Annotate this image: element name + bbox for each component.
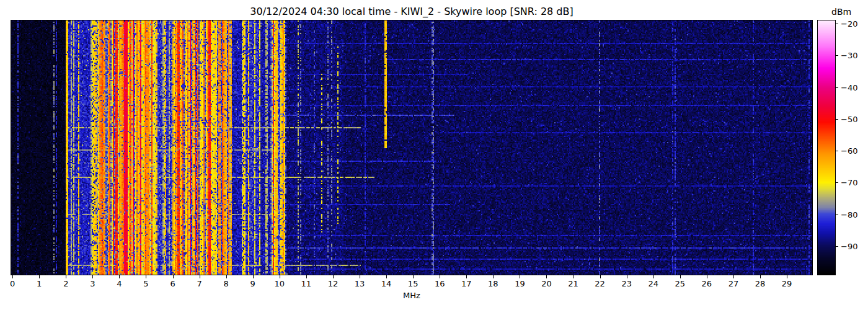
colorbar-tick-label: −90 xyxy=(841,242,857,250)
x-tick-label: 12 xyxy=(328,280,339,288)
x-tick xyxy=(39,275,40,278)
x-tick-label: 0 xyxy=(10,280,15,288)
x-tick-label: 22 xyxy=(595,280,605,288)
x-tick-label: 2 xyxy=(63,280,68,288)
x-tick xyxy=(92,275,93,278)
x-tick xyxy=(12,275,13,278)
x-tick xyxy=(707,275,707,278)
x-tick xyxy=(253,275,254,278)
x-tick xyxy=(119,275,120,278)
colorbar-tick-label: −50 xyxy=(841,115,857,123)
x-tick-label: 15 xyxy=(408,280,418,288)
x-tick xyxy=(360,275,360,278)
colorbar-unit-label: dBm xyxy=(831,7,851,17)
x-tick-label: 6 xyxy=(170,280,175,288)
x-tick-label: 28 xyxy=(755,280,766,288)
x-tick-label: 10 xyxy=(275,280,285,288)
x-tick-label: 21 xyxy=(568,280,578,288)
x-tick xyxy=(653,275,654,278)
colorbar xyxy=(817,20,836,275)
x-tick xyxy=(600,275,601,278)
x-tick-label: 18 xyxy=(488,280,498,288)
colorbar-tick xyxy=(835,151,838,151)
colorbar-tick-label: −60 xyxy=(841,147,857,155)
x-tick-label: 5 xyxy=(143,280,148,288)
colorbar-tick xyxy=(835,87,838,88)
colorbar-tick xyxy=(835,55,838,56)
colorbar-tick-label: −30 xyxy=(841,51,857,60)
x-tick-label: 7 xyxy=(197,280,202,288)
x-tick xyxy=(333,275,334,278)
x-tick xyxy=(66,275,66,278)
x-tick-label: 4 xyxy=(117,280,122,288)
x-tick-label: 17 xyxy=(461,280,472,288)
x-tick-label: 8 xyxy=(224,280,229,288)
x-tick xyxy=(200,275,200,278)
x-tick xyxy=(733,275,734,278)
x-tick xyxy=(146,275,146,278)
x-tick xyxy=(680,275,681,278)
waterfall-figure: 30/12/2024 04:30 local time - KIWI_2 - S… xyxy=(0,0,868,310)
x-tick-label: 9 xyxy=(250,280,255,288)
colorbar-tick-label: −40 xyxy=(841,83,857,91)
x-axis-label: MHz xyxy=(11,291,812,300)
x-tick-label: 25 xyxy=(675,280,686,288)
x-tick xyxy=(546,275,547,278)
x-tick-label: 29 xyxy=(782,280,792,288)
x-tick-label: 3 xyxy=(90,280,95,288)
x-tick-label: 1 xyxy=(37,280,42,288)
x-tick xyxy=(280,275,280,278)
x-tick xyxy=(440,275,440,278)
x-tick xyxy=(386,275,387,278)
chart-title: 30/12/2024 04:30 local time - KIWI_2 - S… xyxy=(11,6,812,17)
x-tick-label: 26 xyxy=(702,280,712,288)
x-tick xyxy=(173,275,174,278)
colorbar-tick xyxy=(835,24,838,24)
x-tick xyxy=(574,275,574,278)
x-tick-label: 16 xyxy=(435,280,445,288)
x-tick xyxy=(413,275,414,278)
colorbar-tick xyxy=(835,215,838,215)
colorbar-tick-label: −20 xyxy=(841,20,857,28)
x-tick-label: 23 xyxy=(621,280,632,288)
spectrogram-canvas xyxy=(11,20,812,275)
colorbar-tick xyxy=(835,246,838,247)
x-tick xyxy=(760,275,761,278)
x-tick xyxy=(226,275,227,278)
colorbar-tick-label: −80 xyxy=(841,210,857,218)
colorbar-tick-label: −70 xyxy=(841,179,857,187)
x-tick xyxy=(306,275,307,278)
x-tick-label: 19 xyxy=(515,280,525,288)
x-tick-label: 14 xyxy=(381,280,392,288)
x-tick-label: 27 xyxy=(728,280,739,288)
x-tick-label: 11 xyxy=(301,280,312,288)
x-tick xyxy=(627,275,627,278)
spectrogram-plot-area xyxy=(11,20,813,275)
x-tick-label: 20 xyxy=(541,280,552,288)
x-tick xyxy=(493,275,494,278)
colorbar-canvas xyxy=(818,20,835,275)
x-tick xyxy=(466,275,467,278)
x-tick-label: 24 xyxy=(648,280,658,288)
colorbar-tick xyxy=(835,182,838,183)
x-tick xyxy=(787,275,787,278)
x-tick xyxy=(520,275,520,278)
colorbar-tick xyxy=(835,119,838,120)
x-tick-label: 13 xyxy=(355,280,365,288)
